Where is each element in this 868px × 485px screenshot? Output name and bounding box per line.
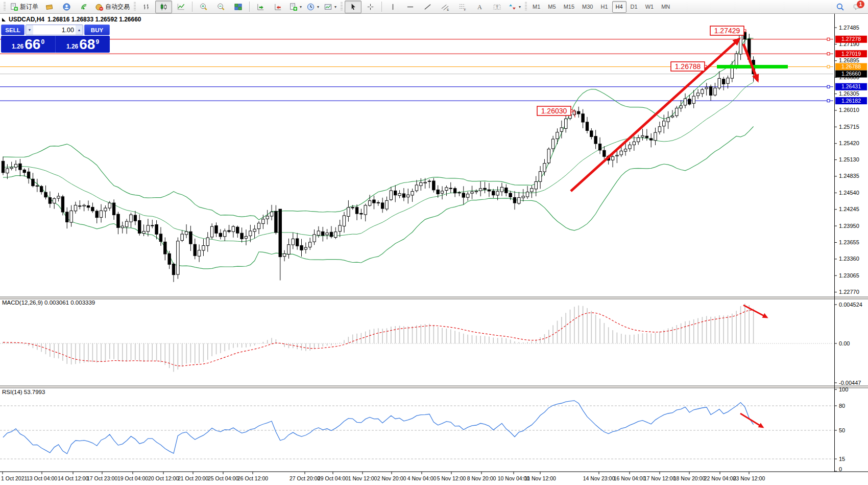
svg-text:20 Oct 12:00: 20 Oct 12:00: [148, 475, 179, 481]
timeframe-m15-button[interactable]: M15: [560, 1, 578, 13]
timeframe-w1-button[interactable]: W1: [642, 1, 658, 13]
svg-text:1.25130: 1.25130: [839, 156, 859, 163]
chevron-down-icon: ▾: [334, 5, 336, 9]
fibo-icon: F: [458, 3, 467, 11]
timeframe-d1-button[interactable]: D1: [627, 1, 641, 13]
periods-button[interactable]: ▾: [304, 1, 321, 13]
templates-button[interactable]: ▾: [322, 1, 339, 13]
search-icon: [836, 3, 845, 11]
indicators-button[interactable]: ▾: [287, 1, 304, 13]
chart-shift-button[interactable]: [270, 1, 286, 13]
buy-price[interactable]: 1.26 68 9: [56, 36, 110, 53]
svg-text:23 Nov 12:00: 23 Nov 12:00: [733, 475, 765, 481]
text-button[interactable]: A: [471, 1, 488, 13]
arrows-button[interactable]: ▾: [506, 1, 523, 13]
equidistant-channel-button[interactable]: E: [437, 1, 453, 13]
auto-scroll-button[interactable]: [252, 1, 269, 13]
svg-text:1.27019: 1.27019: [841, 51, 861, 57]
svg-text:1.25420: 1.25420: [839, 140, 859, 146]
svg-text:1.26788: 1.26788: [675, 62, 701, 71]
timeframe-m30-button[interactable]: M30: [578, 1, 596, 13]
toolbar-grip[interactable]: [134, 2, 136, 11]
search-button[interactable]: [832, 1, 849, 13]
svg-text:-0.00447: -0.00447: [839, 380, 861, 386]
trendline-icon: [423, 3, 432, 11]
market-watch-button[interactable]: [41, 1, 58, 13]
svg-text:F: F: [464, 8, 466, 11]
svg-text:19 Oct 04:00: 19 Oct 04:00: [117, 475, 148, 481]
timeframe-h1-button[interactable]: H1: [597, 1, 611, 13]
new-order-button[interactable]: 新订单: [8, 1, 40, 13]
svg-text:1.26895: 1.26895: [839, 57, 859, 63]
svg-text:15: 15: [839, 456, 845, 462]
svg-text:1.26030: 1.26030: [541, 107, 567, 115]
sell-price-main: 66: [25, 37, 40, 52]
red-arrow-annotation[interactable]: [740, 413, 763, 427]
svg-text:1.23065: 1.23065: [839, 272, 859, 279]
toolbar-separator: [249, 2, 250, 12]
toolbar-grip[interactable]: [525, 2, 527, 11]
timeframe-m1-button[interactable]: M1: [529, 1, 544, 13]
trend-arrows: [571, 39, 767, 427]
crosshair-button[interactable]: [362, 1, 379, 13]
svg-text:1.23655: 1.23655: [839, 239, 859, 245]
chart-frames: [0, 14, 868, 472]
sell-price-pip: 0: [41, 38, 44, 45]
svg-text:1.26788: 1.26788: [841, 63, 861, 70]
toolbar-grip[interactable]: [4, 2, 6, 11]
svg-text:18 Nov 20:00: 18 Nov 20:00: [673, 475, 706, 481]
label-button[interactable]: T: [489, 1, 505, 13]
horizontal-line-button[interactable]: [402, 1, 419, 13]
cursor-button[interactable]: [345, 1, 361, 13]
volume-decrease-button[interactable]: ▼: [26, 25, 33, 35]
svg-text:14 Nov 23:00: 14 Nov 23:00: [583, 475, 615, 481]
svg-text:22 Nov 04:00: 22 Nov 04:00: [704, 475, 736, 481]
timeframe-h4-button[interactable]: H4: [612, 1, 626, 13]
svg-text:1.22770: 1.22770: [839, 289, 859, 295]
volume-increase-button[interactable]: ▲: [76, 25, 83, 35]
zoom-in-button[interactable]: [195, 1, 212, 13]
zoom-out-button[interactable]: [212, 1, 229, 13]
auto-trading-button[interactable]: 自动交易: [93, 1, 132, 13]
bar-chart-button[interactable]: [138, 1, 155, 13]
red-arrow-annotation[interactable]: [571, 39, 739, 191]
chevron-down-icon: ▾: [300, 5, 302, 9]
svg-text:25 Oct 04:00: 25 Oct 04:00: [208, 475, 238, 481]
chat-button[interactable]: 1: [849, 1, 866, 13]
text-icon: A: [475, 3, 484, 11]
rsi-panel: 1008050150: [0, 386, 848, 472]
toolbar-grip[interactable]: [341, 2, 343, 11]
signals-button[interactable]: [76, 1, 92, 13]
line-chart-icon: [177, 3, 185, 11]
buy-price-pip: 9: [95, 38, 99, 45]
candlestick-series: [2, 30, 755, 282]
svg-text:1.24245: 1.24245: [839, 206, 859, 212]
fibonacci-button[interactable]: F: [454, 1, 471, 13]
sell-price-prefix: 1.26: [12, 43, 23, 50]
timeframe-mn-button[interactable]: MN: [658, 1, 673, 13]
sell-price[interactable]: 1.26 66 0: [1, 36, 56, 53]
volume-input[interactable]: [33, 25, 76, 35]
timeframe-m5-button[interactable]: M5: [544, 1, 559, 13]
svg-text:50: 50: [839, 427, 845, 433]
svg-text:26 Oct 12:00: 26 Oct 12:00: [237, 475, 268, 481]
chart-title: USDCAD,H4 1.26816 1.26833 1.26592 1.2666…: [2, 16, 141, 23]
zoom-in-icon: [199, 3, 208, 11]
candlestick-chart-button[interactable]: [155, 1, 172, 13]
svg-text:11 Nov 12:00: 11 Nov 12:00: [524, 475, 556, 481]
svg-text:2 Nov 20:00: 2 Nov 20:00: [377, 475, 406, 481]
tile-windows-button[interactable]: [230, 1, 247, 13]
sell-button[interactable]: SELL: [1, 25, 25, 35]
volume-spinner: ▼ ▲: [26, 25, 83, 35]
vertical-line-button[interactable]: [384, 1, 401, 13]
buy-button[interactable]: BUY: [84, 25, 110, 35]
svg-text:8 Nov 20:00: 8 Nov 20:00: [467, 475, 496, 481]
chart-canvas[interactable]: 1.274851.271901.268951.266001.263051.260…: [0, 0, 868, 485]
channel-icon: E: [441, 3, 449, 11]
profile-button[interactable]: [58, 1, 75, 13]
svg-text:80: 80: [839, 403, 845, 409]
ohlc-icon: [142, 3, 151, 11]
trendline-button[interactable]: [419, 1, 436, 13]
line-chart-button[interactable]: [173, 1, 189, 13]
new-order-button-label: 新订单: [20, 3, 38, 11]
